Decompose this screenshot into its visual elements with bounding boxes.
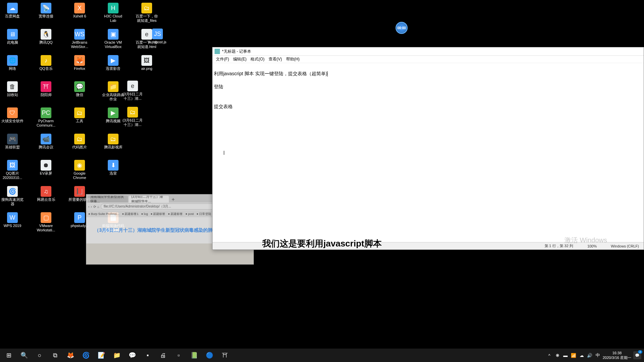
tray-onedrive-icon[interactable]: ☁ (579, 352, 585, 358)
browser-newtab-button[interactable]: + (170, 196, 177, 202)
bookmark-4[interactable]: ● 新建标签 (168, 212, 183, 216)
desktop-icon-12[interactable]: ⛩阴阳师 (34, 80, 58, 106)
tray-chevron-icon[interactable]: ^ (546, 352, 552, 358)
notepad-titlebar[interactable]: *无标题 - 记事本 (213, 47, 644, 56)
tray-app-icon[interactable]: ❋ (554, 352, 560, 358)
desktop-icon-13[interactable]: PCPyCharm Communi... (34, 106, 58, 133)
browser-tab-2[interactable]: (3月6日二月十三）湖南城院学生... (129, 196, 169, 202)
desktop-icon-16[interactable]: ♫网易云音乐 (34, 185, 58, 211)
notepad-text-area[interactable]: 利用javascript 脚本 实现一键登陆，提交表格（超简单) 登陆 提交表格… (213, 63, 644, 124)
notification-count: 2 (638, 350, 642, 354)
notepad-menu-1[interactable]: 编辑(E) (231, 56, 248, 62)
browser-home-icon[interactable]: ⌂ (97, 205, 99, 209)
desktop-icon-22[interactable]: 🗂工具 (67, 106, 92, 133)
tray-volume-icon[interactable]: 🔊 (587, 352, 593, 358)
taskbar-printer-button[interactable]: 🖨 (156, 349, 171, 362)
desktop-icon-33[interactable]: ⬇迅雷 (101, 159, 126, 185)
desktop-icon-3[interactable]: 🗑回收站 (0, 80, 25, 106)
notepad-line-3: 提交表格 (214, 104, 233, 109)
desktop-icon-28[interactable]: ▣Oracle VM VirtualBox (101, 28, 126, 54)
icon-image: ♫ (41, 186, 51, 197)
bookmark-1[interactable]: ● 新建标签1 (122, 212, 138, 216)
icon-image: 🌐 (7, 55, 18, 66)
desktop-icon-extra-2[interactable]: 🗂(3月6日二月十三）湖... (120, 107, 145, 133)
taskbar-app2-button[interactable]: 📗 (187, 349, 201, 362)
icon-label: QQ音乐 (39, 66, 52, 71)
desktop-icon-27[interactable]: HH3C Cloud Lab (101, 2, 126, 28)
taskbar-cmd-button[interactable]: ▪ (140, 349, 155, 362)
notepad-menu-3[interactable]: 查看(V) (267, 56, 284, 62)
icon-image: P (74, 212, 85, 223)
taskbar-start-button[interactable]: ⊞ (1, 349, 16, 362)
taskbar-search-button[interactable]: 🔍 (17, 349, 32, 362)
icon-label: 回收站 (7, 93, 18, 97)
desktop-icon-21[interactable]: 💬微信 (67, 80, 92, 106)
desktop-icon-32[interactable]: 🗂腾讯影视库 (101, 133, 126, 159)
desktop-icon-0[interactable]: ☁百度网盘 (0, 2, 25, 28)
icon-image: 📡 (41, 3, 51, 13)
icon-label: Xshell 6 (73, 14, 86, 18)
desktop-icon-extra-0[interactable]: JSautopost.js (145, 29, 170, 55)
desktop-icon-4[interactable]: 🛡火绒安全软件 (0, 106, 25, 133)
recording-timer-badge[interactable]: 00:00 (396, 22, 408, 34)
desktop-icon-36[interactable]: 🗂百度一下，你就知道_files (134, 2, 159, 28)
bookmark-0[interactable]: ● Burp Suite Professi... (88, 212, 119, 216)
taskbar-sogou-button[interactable]: 🌀 (79, 349, 93, 362)
bookmark-5[interactable]: ● post (185, 212, 194, 216)
desktop-icon-2[interactable]: 🌐网络 (0, 54, 25, 80)
desktop-icon-18[interactable]: XXshell 6 (67, 2, 92, 28)
desktop-icon-29[interactable]: ▶迅雷影音 (101, 54, 126, 80)
desktop-icon-6[interactable]: 🖼QQ图片20200310... (0, 159, 25, 185)
bookmark-6[interactable]: ● 日常登陆 (196, 212, 211, 216)
desktop-icon-15[interactable]: ⏺EV录屏 (34, 159, 58, 185)
desktop-icon-17[interactable]: ▢VMware Workstati... (34, 211, 58, 237)
browser-back-icon[interactable]: ‹ (88, 205, 89, 209)
notepad-menu-0[interactable]: 文件(F) (214, 56, 231, 62)
browser-tab-1[interactable]: 湖南城院学生新型冠状病毒... (88, 196, 128, 202)
icon-label: 搜狗高速浏览器 (1, 197, 24, 206)
taskbar-datetime[interactable]: 16:38 2020/3/16 星期一 (603, 351, 631, 360)
desktop-icon-8[interactable]: WWPS 2019 (0, 211, 25, 237)
desktop-icon-38[interactable]: 🖼air.png (134, 54, 159, 80)
desktop-icon-10[interactable]: 🐧腾讯QQ (34, 28, 58, 54)
desktop-icon-19[interactable]: WSJetBrains WebStor... (67, 28, 92, 54)
tray-battery-icon[interactable]: ▬ (562, 352, 568, 358)
timer-text: 00:00 (397, 26, 406, 30)
desktop-icon-23[interactable]: 🗂代码图片 (67, 133, 92, 159)
bookmark-3[interactable]: ● 新建标签 (150, 212, 165, 216)
taskbar-app1-button[interactable]: ▫ (171, 349, 186, 362)
taskbar-firefox-button[interactable]: 🦊 (63, 349, 78, 362)
taskbar-app3-button[interactable]: 🔵 (202, 349, 217, 362)
taskbar-cortana-button[interactable]: ○ (32, 349, 47, 362)
desktop-icon-7[interactable]: 🌀搜狗高速浏览器 (0, 185, 25, 211)
desktop-icon-1[interactable]: 🖥此电脑 (0, 28, 25, 54)
desktop-icon-14[interactable]: 📹腾讯会议 (34, 133, 58, 159)
tray-wifi-icon[interactable]: 📶 (570, 352, 577, 358)
icon-label: Firefox (74, 66, 85, 71)
icon-image: X (74, 3, 85, 13)
browser-reload-icon[interactable]: ⟳ (93, 205, 96, 209)
taskbar-app4-button[interactable]: ⛩ (218, 349, 232, 362)
desktop-icon-24[interactable]: ◉Google Chrome (67, 159, 92, 185)
icon-image: 📹 (41, 134, 51, 144)
tray-ime-icon[interactable]: 中 (595, 352, 601, 358)
notepad-menu-4[interactable]: 帮助(H) (284, 56, 302, 62)
icon-label: H3C Cloud Lab (101, 14, 125, 23)
desktop-icon-20[interactable]: 🦊Firefox (67, 54, 92, 80)
taskbar-explorer-button[interactable]: 📁 (109, 349, 124, 362)
icon-image: 🖼 (141, 55, 152, 66)
taskbar-notepad-button[interactable]: 📝 (94, 349, 109, 362)
taskbar-wechat-button[interactable]: 💬 (125, 349, 140, 362)
notepad-app-icon (215, 49, 220, 54)
desktop-icon-5[interactable]: 🎮英雄联盟 (0, 133, 25, 159)
desktop-icon-11[interactable]: ♪QQ音乐 (34, 54, 58, 80)
notepad-menu-2[interactable]: 格式(O) (248, 56, 266, 62)
browser-forward-icon[interactable]: › (91, 205, 92, 209)
desktop-icon-extra-1[interactable]: e(3月6日二月十三）湖... (120, 81, 145, 107)
taskbar-taskview-button[interactable]: ⧉ (48, 349, 62, 362)
bookmark-2[interactable]: ● log (141, 212, 148, 216)
notepad-window[interactable]: *无标题 - 记事本 文件(F)编辑(E)格式(O)查看(V)帮助(H) 利用j… (212, 47, 644, 250)
notepad-line-1: 利用javascript 脚本 实现一键登陆，提交表格（超简单) (214, 71, 327, 76)
desktop-icon-9[interactable]: 📡宽带连接 (34, 2, 58, 28)
taskbar-notifications-button[interactable]: 💬 2 (633, 351, 641, 359)
